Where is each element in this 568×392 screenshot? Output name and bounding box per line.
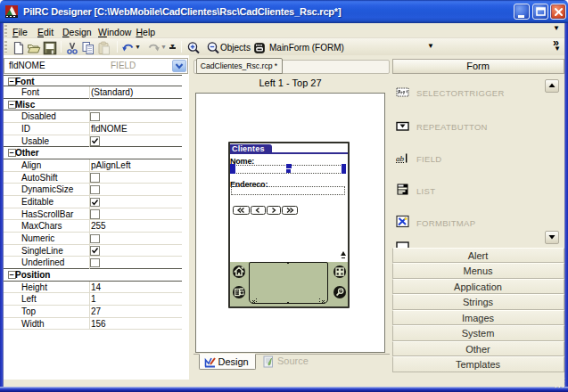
svg-text:ab: ab: [396, 153, 405, 162]
